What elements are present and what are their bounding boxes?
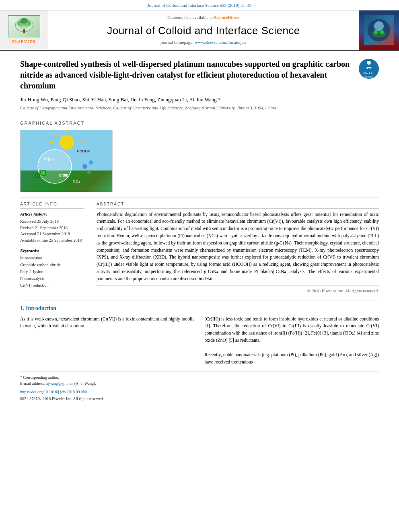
corresponding-footnote: * Corresponding author. [20,374,379,380]
article-content: Shape-controlled synthesis of well-dispe… [0,51,399,410]
footnote-area: * Corresponding author. E-mail address: … [20,372,379,401]
accepted-date: Accepted 21 September 2018 [20,231,84,237]
intro-left-col: As it is well-known, hexavalent chromium… [20,316,195,366]
authors-line: Jia-Hong Wu, Fang-Qi Shao, Shi-Yi Han, S… [20,96,379,103]
keyword-2: Graphitic carbon nitride [20,262,84,269]
intro-left-text: As it is well-known, hexavalent chromium… [20,316,195,330]
svg-rect-28 [36,174,40,178]
article-title: Shape-controlled synthesis of well-dispe… [20,59,359,91]
svg-text:HCOOH: HCOOH [77,149,90,153]
section-number: 1. [20,305,25,311]
abstract-heading: ABSTRACT [97,201,379,209]
intro-right-text: (Cr(III)) is less toxic and tends to for… [205,316,379,366]
abstract-column: ABSTRACT Photocatalytic degradation of e… [97,201,379,294]
doi-link: https://doi.org/10.1016/j.jcis.2018.09.0… [20,390,87,394]
revised-date: Revised 21 September 2018 [20,225,84,231]
authors-text: Jia-Hong Wu, Fang-Qi Shao, Shi-Yi Han, S… [20,97,217,103]
svg-text:Cr(III): Cr(III) [59,173,68,177]
article-title-section: Shape-controlled synthesis of well-dispe… [20,59,379,91]
journal-citation-bar: Journal of Colloid and Interface Science… [0,0,399,10]
introduction-title: 1. Introduction [20,304,379,312]
article-info-column: ARTICLE INFO Article history: Received 2… [20,201,84,294]
article-info-heading: ARTICLE INFO [20,201,84,209]
corresponding-star: * [218,97,221,103]
svg-point-30 [87,171,90,174]
article-history-heading: Article history: [20,211,84,217]
elsevier-brand-text: ELSEVIER [12,39,36,45]
divider-after-affiliation [20,116,379,116]
graphical-abstract-image: Cr(VI) Cr(III) HCOOH CO₂ [20,130,113,192]
svg-rect-27 [41,170,45,175]
journal-homepage: journal homepage: www.elsevier.com/locat… [160,39,247,45]
keywords-list: Pt nanocubes Graphitic carbon nitride Po… [20,255,84,289]
copyright-line: © 2018 Elsevier Inc. All rights reserved… [97,285,379,294]
abstract-text: Photocatalytic degradation of environmen… [97,211,379,283]
check-updates-badge[interactable]: Check for updates [359,59,379,79]
svg-text:CO₂: CO₂ [73,179,80,183]
keyword-4: Photocatalysis [20,275,84,282]
journal-cover-image [364,15,394,45]
svg-point-29 [82,164,87,169]
available-online-date: Available online 25 September 2018 [20,237,84,244]
homepage-label: journal homepage: [160,40,193,45]
introduction-section: 1. Introduction As it is well-known, hex… [20,304,379,366]
cover-image-icon [367,18,391,42]
graphical-abstract-svg: Cr(VI) Cr(III) HCOOH CO₂ [21,130,113,192]
keyword-1: Pt nanocubes [20,255,84,262]
keywords-heading: Keywords: [20,248,84,254]
corresponding-label: * Corresponding author. [20,375,59,380]
divider-before-introduction [20,300,379,300]
homepage-url: www.elsevier.com/locate/jcis [195,40,247,45]
graphical-abstract-label: GRAPHICAL ABSTRACT [20,120,379,126]
doi-footnote: https://doi.org/10.1016/j.jcis.2018.09.0… [20,388,379,395]
elsevier-tree-icon [12,17,36,35]
sciencedirect-line: Contents lists available at ScienceDirec… [167,14,239,21]
email-address: ajwang@zjnu.cn [46,381,73,386]
keyword-3: Poly-L-lysine [20,269,84,275]
svg-point-13 [367,61,371,65]
page: Journal of Colloid and Interface Science… [0,0,399,532]
svg-rect-1 [23,29,25,33]
svg-point-31 [89,160,93,164]
elsevier-logo-section: ELSEVIER [0,10,48,49]
svg-point-10 [374,30,378,34]
introduction-body-columns: As it is well-known, hexavalent chromium… [20,316,379,366]
contents-available-label: Contents lists available at [167,15,213,20]
journal-title: Journal of Colloid and Interface Science [107,23,300,38]
section-title-text: Introduction [26,305,56,311]
article-info-abstract-columns: ARTICLE INFO Article history: Received 2… [20,201,379,294]
email-footnote: E-mail address: ajwang@zjnu.cn (A.-J. Wa… [20,380,379,386]
received-date: Received 25 July 2018 [20,218,84,225]
keyword-5: Cr(VI) reduction [20,282,84,289]
journal-title-section: Contents lists available at ScienceDirec… [48,10,359,49]
elsevier-logo-image [8,15,40,37]
journal-right-logo [359,10,399,49]
svg-text:Cr(VI): Cr(VI) [44,157,54,161]
graphical-abstract-section: GRAPHICAL ABSTRACT [20,120,379,192]
sciencedirect-name: ScienceDirect [214,15,240,20]
svg-point-6 [24,23,29,28]
journal-header: ELSEVIER Contents lists available at Sci… [0,10,399,50]
check-updates-icon [363,59,375,71]
svg-point-11 [380,30,384,34]
and-text: and [118,276,125,281]
affiliation-line: College of Geography and Environmental S… [20,105,379,111]
email-label: E-mail address: [20,381,45,386]
issn-footnote: 0021-9797/© 2018 Elsevier Inc. All right… [20,396,379,402]
divider-before-columns [20,197,379,197]
svg-point-22 [38,150,72,183]
intro-right-col: (Cr(III)) is less toxic and tends to for… [205,316,379,366]
svg-point-16 [60,135,74,150]
email-suffix: (A.-J. Wang). [74,381,96,386]
svg-point-8 [374,21,384,31]
check-updates-label: Check for updates [359,72,379,78]
journal-citation: Journal of Colloid and Interface Science… [147,3,251,8]
